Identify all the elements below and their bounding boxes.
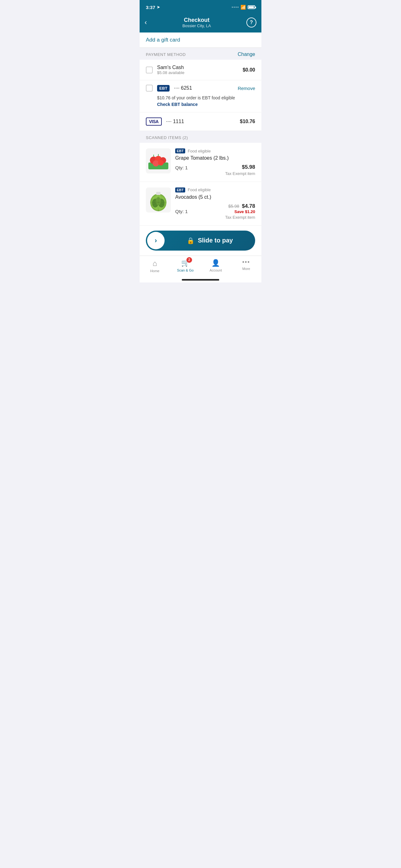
- item-qty-price-tomatoes: Qty: 1 $5.98: [175, 164, 255, 170]
- bottom-nav: ⌂ Home 🛒 2 Scan & Go 👤 Account ••• More: [140, 256, 261, 279]
- ebt-eligible-text: $10.76 of your order is EBT food eligibl…: [157, 95, 235, 100]
- visa-row: VISA ···· 1111 $10.76: [140, 113, 261, 131]
- item-price-avocados: $4.78: [242, 203, 255, 209]
- signal-icon: [232, 6, 239, 8]
- ebt-top: EBT ···· 6251 Remove: [146, 85, 255, 92]
- gift-card-section: Add a gift card: [140, 32, 261, 48]
- sams-cash-name: Sam's Cash: [157, 65, 238, 70]
- status-time: 3:37 ➤: [146, 5, 160, 10]
- nav-bar: ‹ Checkout Bossier City, LA ?: [140, 14, 261, 32]
- ebt-checkbox[interactable]: [146, 85, 153, 92]
- svg-rect-21: [156, 192, 161, 195]
- avocado-price-row: $5.98 $4.78: [228, 203, 255, 209]
- nav-item-account[interactable]: 👤 Account: [201, 259, 231, 273]
- item-badge-row: EBT Food eligible: [175, 187, 255, 192]
- nav-item-scan-go[interactable]: 🛒 2 Scan & Go: [170, 259, 201, 273]
- svg-point-5: [153, 160, 159, 166]
- back-button[interactable]: ‹: [144, 19, 147, 27]
- chevron-right-icon: ›: [155, 237, 157, 245]
- ebt-section: EBT ···· 6251 Remove $10.76 of your orde…: [140, 80, 261, 113]
- item-tax-tomatoes: Tax Exempt item: [175, 171, 255, 176]
- wifi-icon: 📶: [240, 5, 246, 10]
- nav-item-more[interactable]: ••• More: [231, 259, 262, 273]
- sams-cash-checkbox[interactable]: [146, 67, 153, 73]
- item-name-avocados: Avocados (5 ct.): [175, 194, 255, 200]
- item-price-block-tomatoes: $5.98: [242, 164, 255, 170]
- item-badge-row: EBT Food eligible: [175, 148, 255, 153]
- location-icon: ➤: [157, 5, 160, 9]
- sams-cash-row: Sam's Cash $5.08 available $0.00: [140, 60, 261, 80]
- item-image-tomatoes: [146, 148, 171, 174]
- slide-circle: ›: [147, 232, 165, 249]
- item-top: EBT Food eligible Avocados (5 ct.) Qty: …: [146, 187, 255, 220]
- item-save-avocados: Save $1.20: [228, 209, 255, 214]
- more-icon: •••: [242, 259, 250, 266]
- home-bar: [182, 279, 219, 281]
- slide-label: Slide to pay: [198, 237, 233, 244]
- item-row: EBT Food eligible Grape Tomatoes (2 lbs.…: [140, 143, 261, 182]
- item-details-tomatoes: EBT Food eligible Grape Tomatoes (2 lbs.…: [175, 148, 255, 176]
- item-food-eligible: Food eligible: [188, 149, 211, 153]
- item-price-tomatoes: $5.98: [242, 164, 255, 170]
- sams-cash-info: Sam's Cash $5.08 available: [157, 65, 238, 75]
- slide-button-text: 🔒 Slide to pay: [165, 237, 255, 244]
- item-ebt-badge: EBT: [175, 187, 185, 192]
- add-gift-card-link[interactable]: Add a gift card: [146, 37, 180, 43]
- cart-icon: 🛒 2: [181, 259, 190, 267]
- item-price-block-avocados: $5.98 $4.78 Save $1.20: [228, 203, 255, 214]
- nav-item-home[interactable]: ⌂ Home: [140, 259, 170, 273]
- payment-method-label: PAYMENT METHOD: [146, 52, 186, 57]
- item-top: EBT Food eligible Grape Tomatoes (2 lbs.…: [146, 148, 255, 176]
- item-qty-avocados: Qty: 1: [175, 209, 188, 214]
- ebt-number: ···· 6251: [174, 85, 233, 91]
- account-icon: 👤: [211, 259, 220, 267]
- change-payment-button[interactable]: Change: [238, 52, 255, 57]
- help-button[interactable]: ?: [246, 18, 257, 28]
- sams-cash-section: Sam's Cash $5.08 available $0.00: [140, 60, 261, 80]
- nav-label-more: More: [242, 267, 250, 271]
- item-tax-avocados: Tax Exempt item: [175, 215, 255, 220]
- status-icons: 📶: [232, 5, 255, 10]
- item-row: EBT Food eligible Avocados (5 ct.) Qty: …: [140, 182, 261, 226]
- status-bar: 3:37 ➤ 📶: [140, 0, 261, 14]
- lock-icon: 🔒: [187, 237, 195, 244]
- item-image-avocados: [146, 187, 171, 213]
- battery-icon: [248, 5, 255, 9]
- scanned-items-header: SCANNED ITEMS (2): [140, 131, 261, 143]
- cart-badge: 2: [187, 257, 192, 263]
- visa-amount: $10.76: [240, 119, 255, 124]
- page-subtitle: Bossier City, LA: [182, 24, 211, 28]
- item-original-price-avocados: $5.98: [228, 204, 239, 209]
- check-ebt-balance-link[interactable]: Check EBT balance: [157, 102, 198, 107]
- nav-label-scan-go: Scan & Go: [177, 269, 194, 272]
- sams-cash-available: $5.08 available: [157, 70, 238, 75]
- nav-label-account: Account: [209, 269, 222, 272]
- slide-to-pay-button[interactable]: › 🔒 Slide to pay: [146, 230, 255, 251]
- svg-point-6: [158, 160, 164, 165]
- payment-method-header: PAYMENT METHOD Change: [140, 48, 261, 60]
- time-display: 3:37: [146, 5, 155, 10]
- home-icon: ⌂: [153, 259, 157, 268]
- visa-number: ···· 1111: [166, 119, 235, 124]
- nav-title-block: Checkout Bossier City, LA: [182, 17, 211, 28]
- home-indicator: [140, 279, 261, 282]
- item-food-eligible: Food eligible: [188, 187, 211, 192]
- nav-label-home: Home: [150, 269, 159, 273]
- ebt-remove-button[interactable]: Remove: [238, 86, 255, 91]
- item-qty-price-avocados: Qty: 1 $5.98 $4.78 Save $1.20: [175, 203, 255, 214]
- sams-cash-amount: $0.00: [243, 67, 255, 73]
- item-name-tomatoes: Grape Tomatoes (2 lbs.): [175, 155, 255, 161]
- scanned-items-label: SCANNED ITEMS (2): [146, 135, 188, 140]
- page-title: Checkout: [182, 17, 211, 24]
- ebt-badge: EBT: [157, 85, 170, 92]
- item-details-avocados: EBT Food eligible Avocados (5 ct.) Qty: …: [175, 187, 255, 220]
- ebt-info: $10.76 of your order is EBT food eligibl…: [146, 92, 255, 108]
- visa-badge: VISA: [146, 118, 162, 126]
- item-qty-tomatoes: Qty: 1: [175, 165, 188, 170]
- slide-to-pay-section: › 🔒 Slide to pay: [140, 226, 261, 256]
- item-ebt-badge: EBT: [175, 148, 185, 153]
